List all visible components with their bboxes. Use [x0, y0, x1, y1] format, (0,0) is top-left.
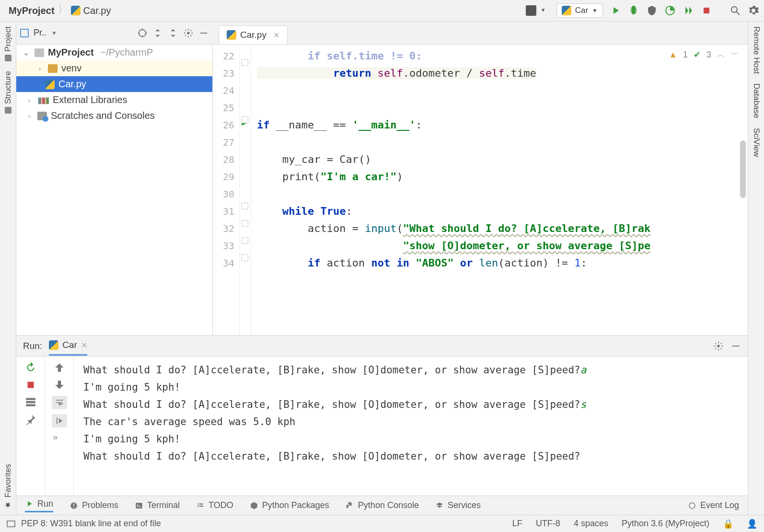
python-file-icon: [227, 30, 236, 40]
gear-icon[interactable]: [713, 341, 724, 351]
concurrency-icon[interactable]: [683, 5, 694, 16]
console-output[interactable]: What should I do? [A]ccelerate, [B]rake,…: [74, 357, 748, 496]
tab-python-console[interactable]: Python Console: [346, 500, 419, 510]
gear-icon[interactable]: [183, 28, 194, 38]
tree-venv[interactable]: › venv: [16, 60, 212, 76]
tree-root-label: MyProject: [48, 47, 94, 58]
project-tool-label: Project: [3, 26, 13, 52]
svg-rect-23: [197, 506, 198, 507]
stop-icon[interactable]: [24, 379, 37, 391]
code-body[interactable]: if self.time != 0: return self.odometer …: [251, 45, 748, 335]
tab-terminal[interactable]: Terminal: [135, 500, 180, 510]
user-icon[interactable]: [526, 5, 536, 16]
tree-root-path: ~/PycharmP: [101, 47, 153, 58]
sciview-tab[interactable]: SciView: [752, 123, 761, 162]
svg-rect-12: [732, 346, 740, 347]
fold-icon[interactable]: [242, 254, 248, 261]
chevron-down-icon[interactable]: ⌄: [22, 49, 31, 57]
breadcrumb-project[interactable]: MyProject: [9, 5, 55, 16]
rerun-icon[interactable]: [24, 361, 37, 374]
tree-external-libraries[interactable]: › External Libraries: [16, 92, 212, 108]
database-tab[interactable]: Database: [752, 79, 761, 123]
tree-root[interactable]: ⌄ MyProject ~/PycharmP: [16, 45, 212, 60]
event-log-icon: [688, 501, 696, 510]
project-view-selector[interactable]: Pr..: [34, 28, 46, 38]
tab-todo-label: TODO: [208, 500, 233, 510]
tab-run[interactable]: Run: [25, 499, 53, 512]
collapse-all-icon[interactable]: [168, 28, 178, 38]
interpreter[interactable]: Python 3.6 (MyProject): [622, 519, 709, 529]
tab-console-label: Python Console: [358, 500, 419, 510]
ide-status-icon[interactable]: 👤: [747, 519, 757, 529]
tree-external-label: External Libraries: [53, 94, 127, 105]
hide-icon[interactable]: [730, 341, 741, 351]
fold-icon[interactable]: [242, 220, 248, 227]
tab-packages[interactable]: Python Packages: [250, 500, 329, 510]
layout-icon[interactable]: [24, 396, 37, 408]
prev-highlight-icon[interactable]: ︿: [717, 50, 725, 60]
expand-all-icon[interactable]: [152, 28, 163, 38]
hide-icon[interactable]: [198, 28, 209, 38]
fold-icon[interactable]: [242, 59, 248, 66]
run-configuration-selector[interactable]: Car ▼: [556, 3, 603, 18]
tab-todo[interactable]: TODO: [196, 500, 233, 510]
editor-tab-car[interactable]: Car.py ✕: [219, 25, 288, 44]
chevron-right-icon[interactable]: ›: [35, 65, 44, 72]
up-icon[interactable]: [53, 361, 66, 374]
run-icon[interactable]: [610, 5, 621, 16]
favorites-tool-tab[interactable]: ★ Favorites: [3, 459, 13, 515]
settings-gear-icon[interactable]: [748, 5, 759, 16]
tab-event-log[interactable]: Event Log: [688, 500, 739, 510]
run-header: Run: Car ✕: [16, 335, 748, 357]
stop-icon[interactable]: [701, 5, 712, 16]
profile-icon[interactable]: [664, 5, 676, 16]
status-window-icon[interactable]: [7, 520, 15, 527]
remote-host-tab[interactable]: Remote Host: [752, 22, 761, 79]
indent[interactable]: 4 spaces: [574, 519, 608, 529]
breadcrumb-file[interactable]: Car.py: [71, 5, 111, 16]
lock-icon[interactable]: 🔒: [723, 519, 733, 529]
dropdown-icon: ▼: [51, 30, 57, 36]
fold-icon[interactable]: [242, 203, 248, 209]
breadcrumb[interactable]: MyProject 〉 Car.py: [5, 3, 111, 18]
tree-venv-label: venv: [61, 63, 81, 74]
editor-inspection-status[interactable]: ▲1 ✔3 ︿ ﹀: [669, 49, 738, 60]
warning-icon: ▲: [669, 50, 677, 60]
tree-scratches[interactable]: › Scratches and Consoles: [16, 108, 212, 124]
chevron-right-icon[interactable]: ›: [25, 112, 34, 120]
terminal-icon: [135, 501, 143, 510]
project-tool-tab[interactable]: Project: [3, 22, 13, 66]
folder-icon: [48, 64, 58, 73]
chevron-right-icon[interactable]: ›: [25, 96, 34, 104]
line-separator[interactable]: LF: [512, 519, 522, 529]
pin-icon[interactable]: [24, 413, 37, 426]
warning-count: 1: [683, 50, 688, 60]
code-editor[interactable]: 22 23 24 25 26 27 28 29 30 31 32 33 34 ▶…: [213, 45, 748, 335]
python-console-icon: [346, 501, 354, 510]
tree-file-car[interactable]: Car.py: [16, 76, 212, 92]
svg-point-9: [187, 32, 190, 35]
structure-tool-tab[interactable]: Structure: [3, 66, 13, 118]
tab-services[interactable]: Services: [435, 500, 481, 510]
locate-icon[interactable]: [137, 28, 148, 38]
fold-icon[interactable]: [242, 237, 248, 244]
debug-icon[interactable]: [628, 5, 639, 16]
run-tab-car[interactable]: Car ✕: [49, 336, 87, 356]
fold-icon[interactable]: [242, 116, 248, 123]
scroll-end-icon[interactable]: [52, 414, 67, 428]
more-icon[interactable]: »: [53, 432, 66, 445]
down-icon[interactable]: [53, 379, 66, 391]
search-icon[interactable]: [729, 5, 741, 16]
close-icon[interactable]: ✕: [81, 341, 87, 350]
soft-wrap-icon[interactable]: [52, 396, 67, 409]
status-message[interactable]: PEP 8: W391 blank line at end of file: [21, 519, 161, 529]
scrollbar-thumb[interactable]: [740, 140, 746, 198]
navigation-bar: MyProject 〉 Car.py Car ▼: [0, 0, 764, 22]
coverage-icon[interactable]: [646, 5, 658, 16]
svg-rect-15: [26, 401, 35, 403]
close-icon[interactable]: ✕: [273, 31, 279, 40]
tree-scratches-label: Scratches and Consoles: [51, 110, 155, 121]
next-highlight-icon[interactable]: ﹀: [730, 50, 738, 60]
tab-problems[interactable]: Problems: [69, 500, 118, 510]
encoding[interactable]: UTF-8: [536, 519, 560, 529]
